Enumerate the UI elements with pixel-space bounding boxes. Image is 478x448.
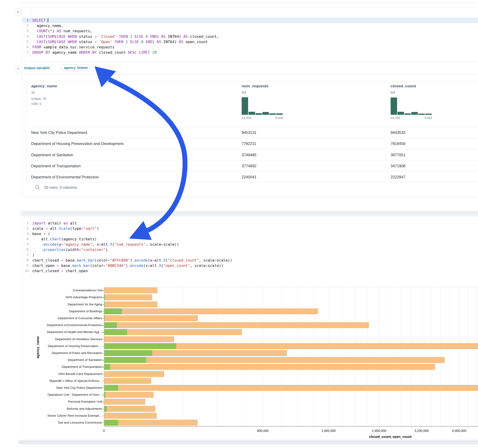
gridline [450,287,450,426]
code-line[interactable]: 5 CAST(SUM(CASE WHEN status = 'Open' THE… [22,39,478,44]
y-axis-tick [103,311,104,312]
bar-open-count[interactable] [104,322,117,328]
y-axis-tick [103,318,104,319]
fold-chevron-icon[interactable]: › [27,20,33,22]
add-cell-button-middle[interactable]: + [14,65,22,73]
bar-open-count[interactable] [104,357,146,363]
add-cell-button-top[interactable]: + [14,8,22,16]
code-line[interactable]: 2 agency_name, [22,23,478,28]
bar-closed-count[interactable] [104,315,198,321]
bar-closed-count[interactable] [104,406,155,412]
bar-closed-count[interactable] [104,392,154,398]
bar-closed-count[interactable] [104,364,435,370]
search-icon[interactable] [35,185,40,191]
cell-num-requests: 7782211 [242,142,256,146]
bar-open-count[interactable] [104,420,118,426]
code-text: GROUP BY agency_name ORDER BY closed_cou… [32,50,157,55]
bar-closed-count[interactable] [104,322,369,328]
column-histogram [391,97,432,115]
x-axis-tick-label: 3,200,000 [414,429,429,433]
gridline [401,287,401,426]
x-axis-tick [367,426,368,428]
code-line[interactable]: 7GROUP BY agency_name ORDER BY closed_co… [22,50,478,55]
x-axis-tick-label: 4,000,000 [452,429,466,433]
column-header: agency_name [31,84,57,88]
bar-closed-count[interactable] [104,336,174,342]
y-axis-label: Mayorâ€ s Office of Special Enforce… [26,379,102,383]
column-type: str [31,90,35,94]
bar-open-count[interactable] [104,301,105,307]
previous-cell-card-edge [20,0,476,3]
table-dimensions-label: 20 rows, 4 columns [44,185,77,190]
line-number: 3 [22,28,29,34]
bar-open-count[interactable] [104,350,152,356]
table-row[interactable]: Department of Housing Preservation and D… [26,138,478,149]
line-number: 4 [22,34,29,39]
x-axis-tick [431,426,432,428]
code-line[interactable]: 1›SELECT [22,18,478,23]
bar-closed-count[interactable] [104,378,151,384]
bar-closed-count[interactable] [104,371,164,377]
x-axis-tick [390,426,391,428]
bar-open-count[interactable] [104,308,122,314]
gridline [329,287,329,426]
x-axis-title: closed_count, open_count [369,435,412,439]
code-text: FROM sample_data.nyc.service_requests [32,44,114,50]
code-text: SELECT [32,18,48,23]
output-variable-label: Output variable: [24,66,50,70]
horizontal-scrollbar-track[interactable] [18,440,478,444]
bar-closed-count[interactable] [104,385,478,391]
bar-closed-count[interactable] [104,287,157,293]
y-axis-label: Department of Health and Mental Hyg… [26,330,102,334]
bar-closed-count[interactable] [104,399,145,405]
bar-closed-count[interactable] [104,301,157,307]
sql-cell-card: 1›SELECT 2 agency_name,3 COUNT(*) AS num… [22,8,478,197]
output-variable-input[interactable]: agency_tickets [62,64,90,71]
x-axis-tick [263,426,263,428]
bar-closed-count[interactable] [104,420,198,426]
cell-num-requests: 3749485 [242,153,256,157]
table-row[interactable]: New York City Police Department945313194… [26,127,478,138]
code-line[interactable]: 6FROM sample_data.nyc.service_requests [22,44,478,50]
y-axis-label: Personal Exemption Unit [26,400,102,403]
x-axis-tick [412,426,412,428]
bar-open-count[interactable] [104,329,127,335]
bar-open-count[interactable] [104,364,110,370]
y-axis-label: Department of Environmental Protection [26,323,102,327]
bar-open-count[interactable] [104,343,176,349]
histogram-max-label: 9.5e6 [272,116,283,120]
gridline [342,287,342,426]
bar-open-count[interactable] [104,294,105,300]
code-line[interactable]: 4 CAST(SUM(CASE WHEN status = 'Closed' T… [22,34,478,39]
bar-open-count[interactable] [104,392,105,398]
bar-open-count[interactable] [104,315,105,321]
line-number: 2 [22,23,29,28]
code-text: agency_name, [32,23,63,28]
table-row[interactable]: Department of Sanitation37494853677651 [26,149,478,160]
cell-agency-name: Department of Sanitation [31,153,73,157]
gridline [459,287,459,426]
bar-closed-count[interactable] [104,294,152,300]
cell-closed-count: 3677651 [391,153,405,157]
y-axis-tick [103,297,104,298]
bar-closed-count[interactable] [104,308,318,314]
table-row[interactable]: Department of Environmental Protection22… [26,171,478,182]
bar-closed-count[interactable] [104,413,157,419]
cell-closed-count: 3471908 [391,164,405,168]
bar-open-count[interactable] [104,385,118,391]
bar-closed-count[interactable] [104,357,445,363]
code-line[interactable]: 3 COUNT(*) AS num_requests, [22,28,478,34]
x-axis-tick [468,426,468,428]
sql-code-editor[interactable]: 1›SELECT 2 agency_name,3 COUNT(*) AS num… [22,8,478,62]
result-table: agency_namestrunique: 20nulls: 0num_requ… [26,81,478,182]
y-axis-tick [103,388,104,388]
code-text: COUNT(*) AS num_requests, [32,28,92,34]
table-row[interactable]: Department of Transportation377489234719… [26,160,478,171]
gridline [412,287,412,426]
y-axis-tick [103,423,104,423]
bar-open-count[interactable] [104,406,107,412]
y-axis-tick [103,402,104,402]
line-number: 7 [22,50,29,55]
y-axis-label: Senior Citizen Rent Increase Exempti… [26,414,102,417]
line-number: 5 [22,39,29,44]
